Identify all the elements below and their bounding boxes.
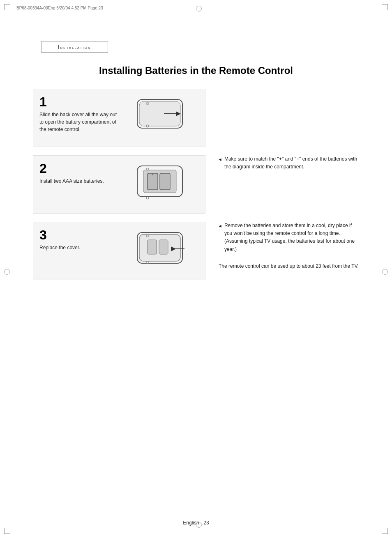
- step-3-text: 3 Replace the cover.: [39, 228, 125, 251]
- step-1-svg: [125, 95, 199, 140]
- step-2-description: Install two AAA size batteries.: [39, 177, 121, 185]
- corner-mark-tl: [4, 4, 10, 10]
- section-label: Installation: [58, 44, 91, 50]
- align-mark-left: [4, 269, 10, 275]
- step-3-image: [125, 228, 199, 274]
- align-mark-top: [196, 6, 202, 11]
- main-content: Installing Batteries in the Remote Contr…: [12, 65, 380, 280]
- step-2-row: 2 Install two AAA size batteries.: [33, 155, 359, 214]
- svg-rect-15: [148, 240, 157, 254]
- step-3-box: 3 Replace the cover.: [33, 222, 205, 280]
- footer-label: English - 23: [183, 520, 209, 526]
- step-3-svg: [125, 228, 199, 274]
- step-3-note-text: Remove the batteries and store them in a…: [224, 222, 359, 253]
- svg-rect-8: [160, 173, 170, 190]
- step-2-text: 2 Install two AAA size batteries.: [39, 162, 125, 185]
- section-header: Installation: [29, 29, 380, 65]
- step-1-row: 1 Slide the back cover all the way out t…: [33, 89, 359, 147]
- step-2-svg: + –: [125, 162, 199, 207]
- step-3-note2-text: The remote control can be used up to abo…: [218, 262, 359, 270]
- step-3-number: 3: [39, 228, 121, 241]
- step-1-image: [125, 95, 199, 140]
- svg-text:+: +: [152, 172, 154, 176]
- align-mark-right: [382, 269, 388, 275]
- corner-mark-tr: [382, 4, 388, 10]
- svg-rect-16: [159, 240, 168, 254]
- page: BP68-00334A-00Eng 5/20/04 4:52 PM Page 2…: [0, 0, 392, 538]
- page-meta: BP68-00334A-00Eng 5/20/04 4:52 PM Page 2…: [16, 6, 103, 10]
- step-2-image: + –: [125, 162, 199, 207]
- step-2-number: 2: [39, 162, 121, 175]
- page-title: Installing Batteries in the Remote Contr…: [33, 65, 359, 76]
- step-3-description: Replace the cover.: [39, 244, 121, 251]
- step-1-number: 1: [39, 95, 121, 108]
- bullet-2-icon: ◄: [218, 156, 222, 163]
- corner-mark-bl: [4, 528, 10, 534]
- step-1-text: 1 Slide the back cover all the way out t…: [39, 95, 125, 133]
- page-footer: English - 23: [0, 520, 392, 526]
- step-1-description: Slide the back cover all the way out to …: [39, 111, 121, 133]
- step-2-note-text: Make sure to match the "+" and "−" ends …: [224, 155, 359, 171]
- step-2-box: 2 Install two AAA size batteries.: [33, 155, 205, 214]
- bullet-3-icon: ◄: [218, 223, 222, 230]
- step-3-note: ◄ Remove the batteries and store them in…: [214, 222, 359, 274]
- step-3-row: 3 Replace the cover.: [33, 222, 359, 280]
- step-2-note: ◄ Make sure to match the "+" and "−" end…: [214, 155, 359, 175]
- corner-mark-br: [382, 528, 388, 534]
- step-1-box: 1 Slide the back cover all the way out t…: [33, 89, 205, 147]
- svg-text:–: –: [163, 187, 165, 191]
